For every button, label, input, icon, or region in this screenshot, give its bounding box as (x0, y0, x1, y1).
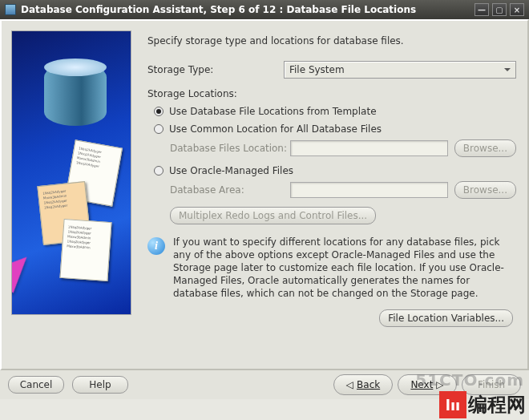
finish-button: Finish (462, 374, 521, 395)
radio-template-row[interactable]: Use Database File Locations from Templat… (154, 106, 516, 117)
back-button[interactable]: ◁ Back (333, 374, 393, 395)
chevron-right-icon: ▷ (436, 379, 443, 390)
db-files-location-label: Database Files Location: (170, 143, 290, 154)
db-files-location-input[interactable] (290, 140, 448, 156)
chevron-left-icon: ◁ (346, 379, 353, 390)
radio-common-label: Use Common Location for All Database Fil… (169, 123, 382, 135)
db-area-input[interactable] (290, 182, 448, 198)
app-icon (5, 4, 16, 15)
info-icon: i (147, 237, 165, 255)
radio-template[interactable] (154, 107, 164, 116)
db-area-browse-button[interactable]: Browse... (454, 181, 516, 199)
help-button[interactable]: Help (72, 376, 128, 394)
wizard-content: Specify storage type and locations for d… (136, 24, 524, 365)
db-area-label: Database Area: (170, 184, 290, 196)
db-files-browse-button[interactable]: Browse... (454, 139, 516, 157)
maximize-button[interactable]: ▢ (492, 3, 507, 16)
storage-type-value: File System (289, 64, 345, 75)
radio-omf-label: Use Oracle-Managed Files (169, 165, 293, 176)
radio-common[interactable] (154, 124, 164, 134)
radio-omf[interactable] (154, 166, 164, 176)
multiplex-button[interactable]: Multiplex Redo Logs and Control Files... (170, 207, 376, 224)
wizard-button-bar: Cancel Help ◁ Back Next ▷ Finish (0, 370, 529, 399)
storage-type-dropdown[interactable]: File System (284, 61, 516, 79)
radio-common-row[interactable]: Use Common Location for All Database Fil… (154, 123, 516, 135)
radio-template-label: Use Database File Locations from Templat… (169, 106, 377, 117)
wizard-side-image: 1Nsq2kAdyger 1Nsq2kAdyger Maxw3bAdmin 1N… (11, 30, 131, 315)
window-title: Database Configuration Assistant, Step 6… (21, 4, 416, 15)
dialog-body: 1Nsq2kAdyger 1Nsq2kAdyger Maxw3bAdmin 1N… (0, 19, 529, 370)
file-location-variables-button[interactable]: File Location Variables... (379, 309, 513, 327)
info-text: If you want to specify different locatio… (173, 236, 516, 300)
window-titlebar: Database Configuration Assistant, Step 6… (0, 0, 529, 19)
storage-type-label: Storage Type: (147, 64, 284, 75)
intro-text: Specify storage type and locations for d… (147, 35, 516, 46)
radio-omf-row[interactable]: Use Oracle-Managed Files (154, 165, 516, 176)
minimize-button[interactable]: — (474, 3, 489, 16)
next-button[interactable]: Next ▷ (398, 374, 457, 395)
close-button[interactable]: × (510, 3, 524, 16)
cancel-button[interactable]: Cancel (8, 376, 64, 394)
storage-locations-label: Storage Locations: (147, 88, 516, 99)
